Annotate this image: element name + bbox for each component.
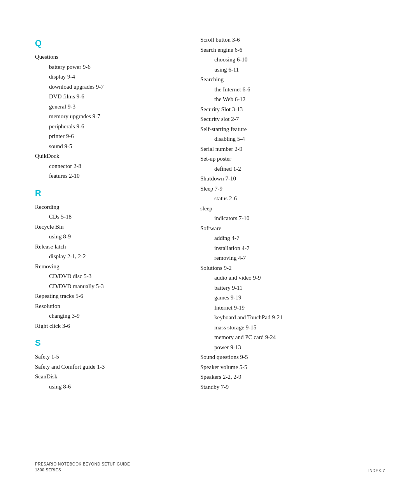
entry-battery-911: battery 9-11 bbox=[200, 283, 385, 293]
entry-repeating-tracks: Repeating tracks 5-6 bbox=[35, 291, 177, 301]
entry-display: display 9-4 bbox=[35, 72, 177, 82]
footer-left: Presario Notebook Beyond Setup Guide 180… bbox=[35, 461, 130, 473]
entry-search-engine: Search engine 6-6 bbox=[200, 45, 385, 55]
entry-features: features 2-10 bbox=[35, 171, 177, 181]
entry-safety-comfort: Safety and Comfort guide 1-3 bbox=[35, 362, 177, 372]
entry-internet-919: Internet 9-19 bbox=[200, 303, 385, 313]
entry-security-slot-313: Security Slot 3-13 bbox=[200, 105, 385, 115]
entry-power-913: power 9-13 bbox=[200, 343, 385, 353]
entry-scandisk: ScanDisk bbox=[35, 372, 177, 382]
entry-status: status 2-6 bbox=[200, 194, 385, 204]
section-q: Q Questions battery power 9-6 display 9-… bbox=[35, 38, 177, 181]
entry-release-latch: Release latch bbox=[35, 242, 177, 252]
letter-r: R bbox=[35, 188, 177, 198]
entry-serial-number: Serial number 2-9 bbox=[200, 144, 385, 154]
entry-using-89: using 8-9 bbox=[35, 232, 177, 242]
right-column: Scroll button 3-6 Search engine 6-6 choo… bbox=[192, 31, 385, 450]
entry-resolution: Resolution bbox=[35, 301, 177, 312]
entry-games: games 9-19 bbox=[200, 293, 385, 303]
entry-setup-poster: Set-up poster bbox=[200, 154, 385, 164]
page: Q Questions battery power 9-6 display 9-… bbox=[0, 0, 420, 504]
entry-scroll-button: Scroll button 3-6 bbox=[200, 35, 385, 45]
entry-cdvd-manually: CD/DVD manually 5-3 bbox=[35, 282, 177, 292]
left-column: Q Questions battery power 9-6 display 9-… bbox=[35, 31, 192, 450]
entry-memory-pc-card: memory and PC card 9-24 bbox=[200, 332, 385, 343]
section-r: R Recording CDs 5-18 Recycle Bin using 8… bbox=[35, 188, 177, 331]
entry-sound-questions: Sound questions 9-5 bbox=[200, 352, 385, 362]
entry-solutions: Solutions 9-2 bbox=[200, 263, 385, 273]
entry-using-611: using 6-11 bbox=[200, 65, 385, 75]
entry-printer: printer 9-6 bbox=[35, 131, 177, 142]
entry-removing-47: removing 4-7 bbox=[200, 253, 385, 263]
entry-adding: adding 4-7 bbox=[200, 233, 385, 243]
entry-speaker-volume: Speaker volume 5-5 bbox=[200, 362, 385, 373]
entry-download-upgrades: download upgrades 9-7 bbox=[35, 82, 177, 92]
entry-changing: changing 3-9 bbox=[35, 311, 177, 321]
entry-sleep-79: Sleep 7-9 bbox=[200, 184, 385, 194]
entry-using-86: using 8-6 bbox=[35, 382, 177, 392]
entry-safety: Safety 1-5 bbox=[35, 352, 177, 362]
entry-standby: Standby 7-9 bbox=[200, 382, 385, 392]
entry-sleep-lower: sleep bbox=[200, 204, 385, 214]
entry-right-click: Right click 3-6 bbox=[35, 321, 177, 331]
footer-series: 1800 Series bbox=[35, 467, 130, 473]
letter-s: S bbox=[35, 338, 177, 348]
entry-self-starting: Self-starting feature bbox=[200, 124, 385, 135]
entry-connector: connector 2-8 bbox=[35, 161, 177, 172]
entry-audio-video: audio and video 9-9 bbox=[200, 273, 385, 283]
entry-peripherals: peripherals 9-6 bbox=[35, 122, 177, 132]
entry-installation: installation 4-7 bbox=[200, 243, 385, 254]
entry-software: Software bbox=[200, 224, 385, 234]
section-s: S Safety 1-5 Safety and Comfort guide 1-… bbox=[35, 338, 177, 392]
entry-disabling: disabling 5-4 bbox=[200, 134, 385, 144]
entry-mass-storage: mass storage 9-15 bbox=[200, 323, 385, 333]
entry-dvd-films: DVD films 9-6 bbox=[35, 92, 177, 102]
footer: Presario Notebook Beyond Setup Guide 180… bbox=[35, 450, 385, 473]
entry-security-slot-27: Security slot 2-7 bbox=[200, 114, 385, 124]
entry-sound: sound 9-5 bbox=[35, 142, 177, 152]
entry-choosing: choosing 6-10 bbox=[200, 55, 385, 65]
entry-indicators: indicators 7-10 bbox=[200, 214, 385, 224]
entry-general: general 9-3 bbox=[35, 102, 177, 112]
entry-quikdock: QuikDock bbox=[35, 151, 177, 161]
entry-defined: defined 1-2 bbox=[200, 164, 385, 174]
entry-questions: Questions bbox=[35, 52, 177, 62]
footer-page-number: Index-7 bbox=[368, 469, 385, 473]
entry-the-internet: the Internet 6-6 bbox=[200, 85, 385, 95]
entry-battery-power: battery power 9-6 bbox=[35, 62, 177, 72]
entry-speakers: Speakers 2-2, 2-9 bbox=[200, 372, 385, 382]
entry-recording: Recording bbox=[35, 202, 177, 212]
letter-q: Q bbox=[35, 38, 177, 48]
footer-title: Presario Notebook Beyond Setup Guide bbox=[35, 461, 130, 467]
entry-keyboard-touchpad: keyboard and TouchPad 9-21 bbox=[200, 313, 385, 323]
right-entries: Scroll button 3-6 Search engine 6-6 choo… bbox=[200, 35, 385, 392]
entry-the-web: the Web 6-12 bbox=[200, 94, 385, 105]
entry-memory-upgrades: memory upgrades 9-7 bbox=[35, 112, 177, 122]
entry-searching: Searching bbox=[200, 75, 385, 85]
entry-recycle-bin: Recycle Bin bbox=[35, 222, 177, 232]
entry-cds: CDs 5-18 bbox=[35, 212, 177, 222]
entry-shutdown: Shutdown 7-10 bbox=[200, 174, 385, 184]
entry-cdvd-disc: CD/DVD disc 5-3 bbox=[35, 271, 177, 282]
entry-display-21: display 2-1, 2-2 bbox=[35, 252, 177, 262]
content-columns: Q Questions battery power 9-6 display 9-… bbox=[35, 31, 385, 450]
entry-removing: Removing bbox=[35, 262, 177, 272]
